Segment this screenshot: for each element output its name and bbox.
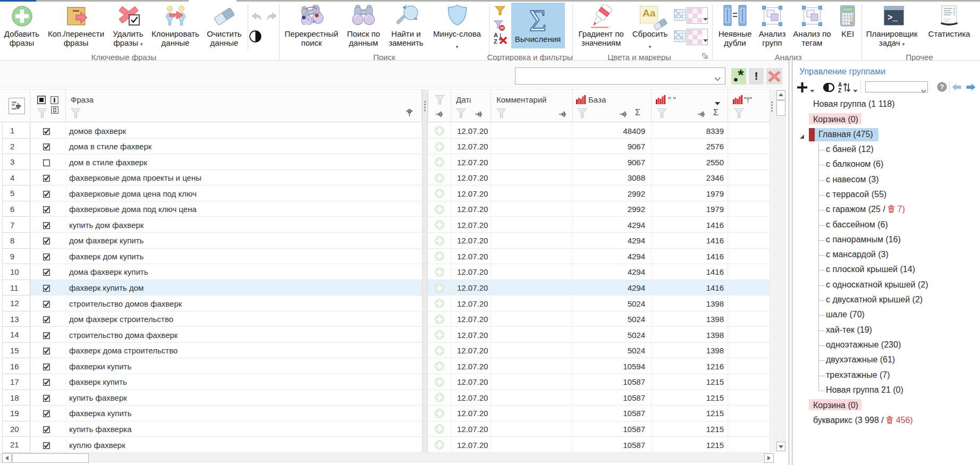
- svg-text:Z: Z: [494, 38, 497, 45]
- svg-text:Z: Z: [838, 88, 841, 94]
- svg-text:A: A: [838, 82, 842, 88]
- svg-text:*: *: [738, 68, 744, 83]
- svg-text:A: A: [494, 32, 498, 38]
- svg-text:Σ: Σ: [529, 4, 547, 36]
- svg-text:>_: >_: [888, 13, 898, 23]
- svg-text:?: ?: [940, 83, 944, 91]
